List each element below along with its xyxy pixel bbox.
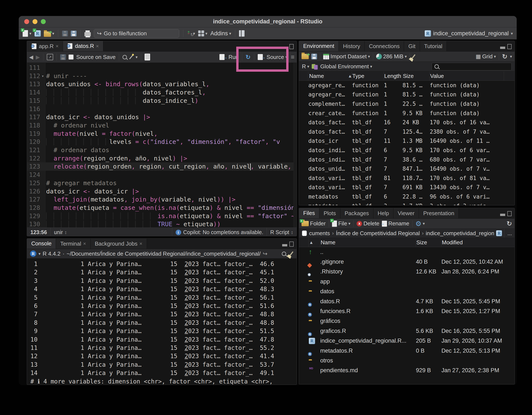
code-line[interactable]: 128 mutate(etiqueta = case_when(is.na(et… [27,204,297,212]
document-outline-icon[interactable]: ≡ [291,53,294,61]
minimize-pane-icon[interactable] [282,244,287,247]
addins-button[interactable]: Addins ▾ [210,30,231,37]
pane-layout-icon[interactable] [239,30,245,37]
source-on-save-checkbox[interactable] [68,54,74,59]
compile-report-icon[interactable] [145,54,150,60]
code-line[interactable]: 127 left_join(metadatos, join_by(variabl… [27,195,297,204]
column-header-name[interactable]: Name [320,238,416,247]
minimize-pane-icon[interactable] [500,47,505,49]
minimize-window-button[interactable] [33,19,38,24]
code-line[interactable]: 113datos_unidos <- bind_rows(datos_varia… [27,80,297,88]
open-in-new-window-icon[interactable]: ↗ [47,54,53,60]
memory-usage-button[interactable]: 286 MiB ▾ [376,53,407,60]
code-line[interactable]: 120 levels = c("índice", "dimensión", "f… [27,138,297,146]
code-tools-icon[interactable] [129,55,133,59]
tab-tutorial[interactable]: Tutorial [420,41,447,51]
search-console-icon[interactable] [282,252,286,256]
maximize-pane-icon[interactable] [507,211,512,216]
rename-button[interactable]: Rename [382,220,409,227]
code-line[interactable]: 122 arrange(region_orden, año, nivel) |> [27,154,297,163]
environment-search-input[interactable] [432,63,512,70]
file-row[interactable]: datos [299,287,514,296]
import-dataset-button[interactable]: Import Dataset ▾ [323,53,370,60]
back-icon[interactable]: ◀ [29,54,33,60]
code-line[interactable]: 116 [27,105,297,113]
file-name[interactable]: metadatos.R [320,347,416,354]
breadcrumb-item[interactable]: indice_competividad_regional [426,230,494,237]
environment-selector[interactable]: Global Environment ▾ [320,63,372,70]
maximize-pane-icon[interactable] [507,44,512,49]
new-file-blank-button[interactable]: + File ▾ [332,220,351,227]
column-header-size[interactable]: Size [402,71,430,80]
fold-arrow-icon[interactable]: ▾ [40,72,45,80]
version-control-button[interactable]: + − ↻ ▾ [187,30,195,37]
minimize-pane-icon[interactable] [500,214,505,216]
environment-row[interactable]: datos_fact…tbl_df7125.4…2380 obs. of 7 v… [299,127,514,136]
find-replace-icon[interactable] [123,55,127,59]
refresh-files-icon[interactable]: ↻ [507,220,512,227]
column-header-value[interactable]: Value [430,71,504,80]
breadcrumb-item[interactable]: cuments [309,230,330,237]
project-menu-button[interactable]: R indice_competividad_regional ▾ [425,30,513,37]
file-row[interactable]: pendientes.md929 BJan 27, 2026, 2:38 PM [299,366,514,375]
run-button[interactable]: Run [219,54,238,60]
code-line[interactable]: 121 # ordenar datos [27,146,297,154]
workspace-panes-button[interactable]: ▾ [198,30,208,36]
select-all-checkbox[interactable] [302,230,307,236]
environment-row[interactable]: datos_indi…tbl_df69.5 KB170 obs. of 6 va… [299,146,514,155]
tab-plots[interactable]: Plots [319,208,341,218]
zoom-window-button[interactable] [41,19,46,24]
tab-app.r[interactable]: app.R× [27,41,63,51]
tab-presentation[interactable]: Presentation [419,208,459,218]
code-line[interactable]: 115 datos_indice_l) [27,97,297,105]
environment-row[interactable]: datos_fact…tbl_df1624 KB170 obs. of 16 v… [299,118,514,127]
code-line[interactable]: 118 # ordenar nivel [27,121,297,130]
code-line[interactable]: 130 TRUE ~ etiqueta)) [27,220,297,227]
breadcrumb-ellipsis-button[interactable]: ... [504,229,512,238]
delete-button[interactable]: x Delete [357,220,379,227]
chevron-down-icon[interactable]: ▾ [38,252,41,256]
save-document-button[interactable] [60,54,66,60]
environment-row[interactable]: complement…function122.5 …function (data… [299,99,514,109]
column-header-length[interactable]: Length [384,71,402,80]
file-row[interactable]: graficos.R5.6 KBDec 16, 2025, 5:55 PM [299,326,514,336]
code-line[interactable]: 114 datos_factores_l, [27,88,297,97]
tab-datos.r[interactable]: datos.R× [63,41,103,51]
open-file-button[interactable]: ➜ ▾ [44,30,54,37]
file-row[interactable]: .Rhistory12.6 KBJan 28, 2026, 6:24 PM [299,267,514,277]
code-line[interactable]: 124 [27,171,297,179]
file-name[interactable]: pendientes.md [320,367,416,374]
environment-row[interactable]: datos_vari…tbl_df81118.7…170 obs. of 81 … [299,173,514,183]
column-header-type[interactable]: Type [352,71,384,80]
code-editor[interactable]: 111112▾# unir ----113datos_unidos <- bin… [27,63,297,227]
editor-scrollbar[interactable] [294,63,297,227]
tab-viewer[interactable]: Viewer [393,208,419,218]
file-row[interactable]: ↑.. [299,247,514,257]
column-header-size[interactable]: Size [416,238,441,247]
tab-environment[interactable]: Environment [299,41,339,51]
code-line[interactable]: 123 relocate(region_orden, region, cut_r… [27,162,297,171]
tab-git[interactable]: Git [404,41,420,51]
tab-connections[interactable]: Connections [365,41,404,51]
column-header-name[interactable]: Name▲ [308,71,352,80]
environment-row[interactable]: datos_indi…tbl_df738.6 …680 obs. of 7 va… [299,155,514,164]
environment-row[interactable]: metadatos…tbl_df31.7 KB3 obs. of 3 varia… [299,201,514,205]
breadcrumb-item[interactable]: Índice de Competitividad Regional [336,230,420,237]
file-type-selector[interactable]: R Script ↕ [267,228,297,236]
tab-background-jobs[interactable]: Background Jobs× [91,238,147,249]
code-line[interactable]: 126datos_icr <- datos_icr |> [27,187,297,196]
file-name[interactable]: .. [320,249,416,255]
close-icon[interactable]: × [56,43,58,49]
close-icon[interactable]: × [96,43,99,49]
save-workspace-icon[interactable] [311,54,317,59]
maximize-pane-icon[interactable] [289,242,294,247]
scope-selector[interactable]: unir ↕ [51,229,70,235]
file-row[interactable]: app [299,277,514,287]
new-file-button[interactable]: + ▾ [23,30,31,37]
code-line[interactable]: 129 is.na(etiqueta) & nivel == "factor" … [27,212,297,220]
file-name[interactable]: indice_competividad_regional.R... [320,337,416,344]
code-line[interactable]: 112▾# unir ---- [27,72,297,80]
column-header-modified[interactable]: Modified [441,238,514,247]
tab-packages[interactable]: Packages [341,208,373,218]
code-line[interactable]: 125# agregar metadatos [27,179,297,187]
